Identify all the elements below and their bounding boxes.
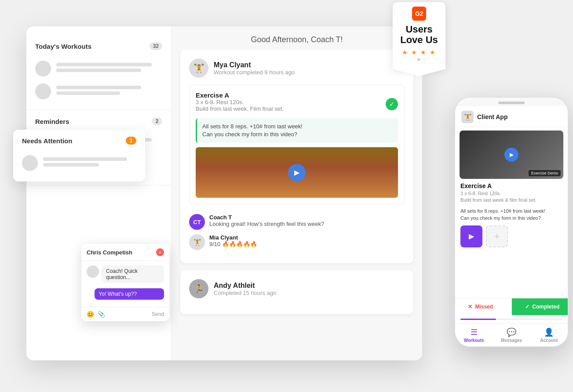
phone-screen: 🏋️ Client App ▶ Exercise Demo Exercise A… bbox=[455, 106, 568, 346]
coach-comment-body: Coach T Looking great! How's strength fe… bbox=[209, 214, 405, 227]
phone-play-button[interactable]: ▶ bbox=[504, 148, 518, 162]
client-comment: 🏋️ Mia Clyant 9/10 🔥🔥🔥🔥🔥 bbox=[189, 234, 405, 250]
exercise-sub: 3 x 6-8. Rest 120s. Build from last week… bbox=[196, 99, 284, 112]
text-lines bbox=[56, 86, 162, 97]
text-line bbox=[43, 157, 127, 161]
user-sub: Workout completed 9 hours ago bbox=[214, 69, 405, 76]
star-3: ★ bbox=[420, 49, 427, 56]
check-icon: ✓ bbox=[386, 98, 398, 110]
phone-device: 🏋️ Client App ▶ Exercise Demo Exercise A… bbox=[454, 97, 569, 347]
user-avatar-mya: 🏋️ bbox=[189, 58, 208, 78]
phone-media-row: ▶ + bbox=[460, 225, 562, 247]
phone-action-row: ✕ Missed ✓ Completed bbox=[454, 298, 569, 315]
emoji-icon[interactable]: 😊 bbox=[87, 311, 94, 318]
client-rating: 9/10 🔥🔥🔥🔥🔥 bbox=[209, 241, 405, 247]
play-button[interactable]: ▶ bbox=[288, 164, 306, 181]
chat-user-avatar bbox=[87, 265, 99, 278]
comment-section: CT Coach T Looking great! How's strength… bbox=[189, 210, 405, 250]
chat-footer: 😊 📎 Send bbox=[81, 307, 169, 321]
client-avatar: 🏋️ bbox=[189, 234, 205, 250]
g2-stars: ★ ★ ★ ★ ★ bbox=[399, 49, 439, 63]
content-scroll: 🏋️ Mya Clyant Workout completed 9 hours … bbox=[172, 50, 422, 360]
client-message: All sets for 8 reps. +10# from last week… bbox=[196, 118, 398, 143]
phone-completed-button[interactable]: ✓ Completed bbox=[512, 298, 569, 315]
phone-video-thumb[interactable]: ▶ bbox=[460, 225, 482, 247]
avatar bbox=[35, 83, 51, 99]
needs-attention-title: Needs Attention bbox=[22, 137, 72, 145]
attachment-icon[interactable]: 📎 bbox=[98, 311, 105, 318]
account-nav-label: Account bbox=[540, 338, 558, 343]
text-line bbox=[43, 163, 99, 167]
coach-name: Coach T bbox=[209, 214, 405, 221]
chat-received-msg: Coach! Quick question... bbox=[102, 265, 164, 283]
phone-notch-bar bbox=[455, 98, 568, 106]
g2-badge-shape: G2 Users Love Us ★ ★ ★ ★ ★ bbox=[393, 2, 445, 69]
chat-sent-msg: Yo! What's up?? bbox=[95, 288, 164, 300]
chat-footer-left: 😊 📎 bbox=[87, 311, 105, 318]
user-name-2: Andy Athleit bbox=[214, 282, 405, 290]
user-sub-2: Completed 15 hours ago bbox=[214, 290, 405, 296]
star-4: ★ bbox=[430, 49, 436, 56]
text-line bbox=[56, 69, 141, 72]
phone-nav-workouts[interactable]: ☰ Workouts bbox=[455, 327, 493, 343]
user-info: Mya Clyant Workout completed 9 hours ago bbox=[214, 61, 405, 76]
phone-app-title: Client App bbox=[477, 113, 507, 120]
coach-message: Looking great! How's strength feel this … bbox=[209, 221, 405, 227]
main-content: Good Afternoon, Coach T! 🏋️ Mya Clyant W… bbox=[172, 26, 422, 360]
missed-x-icon: ✕ bbox=[468, 304, 472, 310]
phone-progress-bar bbox=[460, 319, 562, 320]
g2-badge: G2 Users Love Us ★ ★ ★ ★ ★ bbox=[393, 2, 445, 69]
text-lines bbox=[43, 157, 136, 169]
needs-attention-header: Needs Attention 1 bbox=[22, 137, 136, 145]
messages-icon: 💬 bbox=[507, 327, 516, 337]
reminders-badge: 2 bbox=[152, 117, 162, 125]
completed-label: Completed bbox=[532, 304, 559, 310]
g2-title: Users Love Us bbox=[399, 24, 439, 45]
workout-card-1: 🏋️ Mya Clyant Workout completed 9 hours … bbox=[180, 50, 413, 263]
chat-header: Chris Competish × bbox=[81, 244, 169, 261]
reminders-title: Reminders bbox=[35, 118, 69, 125]
attention-item-1[interactable] bbox=[22, 152, 136, 174]
video-thumbnail[interactable]: ▶ bbox=[196, 147, 398, 198]
client-name: Mia Clyant bbox=[209, 234, 405, 241]
phone-video[interactable]: ▶ Exercise Demo bbox=[460, 131, 563, 179]
avatar bbox=[35, 61, 51, 76]
completed-check-icon: ✓ bbox=[525, 304, 529, 310]
workouts-icon: ☰ bbox=[471, 327, 478, 337]
workout-item-1[interactable] bbox=[35, 57, 162, 80]
client-comment-body: Mia Clyant 9/10 🔥🔥🔥🔥🔥 bbox=[209, 234, 405, 247]
text-line bbox=[56, 91, 120, 95]
missed-label: Missed bbox=[475, 304, 493, 310]
workout-card-header: 🏋️ Mya Clyant Workout completed 9 hours … bbox=[189, 58, 405, 78]
chat-bubble: Chris Competish × Coach! Quick question.… bbox=[81, 244, 169, 321]
avatar bbox=[22, 155, 38, 171]
phone-app-icon: 🏋️ bbox=[461, 111, 474, 123]
phone-add-media-button[interactable]: + bbox=[486, 225, 508, 247]
user-info-2: Andy Athleit Completed 15 hours ago bbox=[214, 282, 405, 296]
phone-missed-button[interactable]: ✕ Missed bbox=[454, 298, 512, 315]
phone-nav-messages[interactable]: 💬 Messages bbox=[493, 327, 530, 343]
star-2: ★ bbox=[411, 49, 418, 56]
greeting-text: Good Afternoon, Coach T! bbox=[251, 35, 343, 44]
text-lines bbox=[56, 63, 162, 74]
exercise-title: Exercise A bbox=[196, 91, 284, 99]
main-header: Good Afternoon, Coach T! bbox=[172, 26, 422, 50]
phone-progress-fill bbox=[460, 319, 496, 320]
workout-item-2[interactable] bbox=[35, 80, 162, 103]
text-line bbox=[56, 86, 141, 89]
todays-workouts-section: Today's Workouts 32 bbox=[26, 35, 171, 110]
phone-nav-account[interactable]: 👤 Account bbox=[530, 327, 568, 343]
user-name: Mya Clyant bbox=[214, 61, 405, 69]
star-5: ★ bbox=[416, 56, 423, 63]
chat-messages: Coach! Quick question... Yo! What's up?? bbox=[81, 261, 169, 307]
chat-title: Chris Competish bbox=[87, 249, 132, 256]
chat-close-button[interactable]: × bbox=[156, 248, 164, 256]
exercise-header: Exercise A 3 x 6-8. Rest 120s. Build fro… bbox=[196, 91, 398, 116]
send-button[interactable]: Send bbox=[152, 311, 164, 317]
phone-content: Exercise A 3 x 6-8. Rest 120s. Build fro… bbox=[455, 182, 568, 298]
phone-message: All sets for 8 reps. +10# from last week… bbox=[460, 207, 562, 222]
phone-nav: ☰ Workouts 💬 Messages 👤 Account bbox=[455, 323, 568, 346]
workouts-nav-label: Workouts bbox=[464, 338, 484, 343]
needs-attention-panel: Needs Attention 1 bbox=[13, 130, 145, 181]
todays-workouts-badge: 32 bbox=[150, 42, 162, 50]
